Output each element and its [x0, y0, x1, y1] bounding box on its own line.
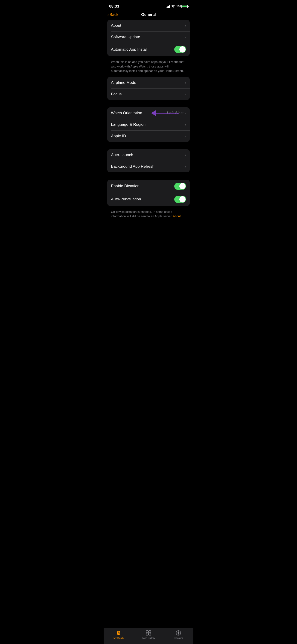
page-title: General: [141, 12, 156, 17]
enable-dictation-label: Enable Dictation: [111, 184, 140, 188]
about-chevron-icon: ›: [185, 24, 186, 28]
language-region-row[interactable]: Language & Region ›: [107, 119, 190, 130]
enable-dictation-toggle-thumb: [179, 183, 186, 189]
back-label: Back: [110, 12, 118, 17]
airplane-mode-right: ›: [185, 81, 186, 84]
software-update-chevron-icon: ›: [185, 35, 186, 39]
settings-group-4: Auto-Launch › Background App Refresh ›: [107, 149, 190, 172]
software-update-label: Software Update: [111, 35, 140, 40]
focus-chevron-icon: ›: [185, 92, 186, 96]
battery-percent: 100: [176, 5, 181, 8]
enable-dictation-toggle[interactable]: [174, 183, 186, 190]
bg-app-refresh-row[interactable]: Background App Refresh ›: [107, 161, 190, 172]
auto-punctuation-right: [174, 196, 186, 203]
wifi-icon: [171, 4, 175, 8]
enable-dictation-right: [174, 183, 186, 190]
language-region-right: ›: [185, 123, 186, 126]
about-row[interactable]: About ›: [107, 20, 190, 31]
airplane-mode-row[interactable]: Airplane Mode ›: [107, 77, 190, 88]
toggle-thumb: [179, 46, 186, 52]
software-update-row[interactable]: Software Update ›: [107, 31, 190, 43]
auto-app-install-right: [174, 46, 186, 53]
auto-app-install-row: Automatic App Install: [107, 43, 190, 56]
airplane-mode-label: Airplane Mode: [111, 80, 136, 85]
language-region-chevron-icon: ›: [185, 123, 186, 126]
auto-launch-chevron-icon: ›: [185, 153, 186, 157]
auto-app-install-toggle[interactable]: [174, 46, 186, 53]
auto-app-install-label: Automatic App Install: [111, 47, 148, 52]
back-chevron-icon: ‹: [107, 12, 109, 17]
apple-id-row[interactable]: Apple ID ›: [107, 130, 190, 142]
auto-app-install-description: When this is on and you have apps on you…: [107, 58, 190, 77]
svg-point-0: [173, 7, 173, 8]
settings-group-1: About › Software Update › Automatic App …: [107, 20, 190, 56]
watch-orientation-row[interactable]: Watch Orientation Left Wrist ›: [107, 107, 190, 119]
apple-id-chevron-icon: ›: [185, 134, 186, 138]
language-region-label: Language & Region: [111, 122, 146, 127]
back-button[interactable]: ‹ Back: [107, 12, 118, 17]
status-time: 08:33: [109, 4, 119, 9]
bg-app-refresh-right: ›: [185, 165, 186, 168]
dictation-description: On-device dictation is enabled. In some …: [107, 208, 190, 222]
nav-header: ‹ Back General: [104, 12, 194, 20]
apple-id-right: ›: [185, 134, 186, 138]
status-icons: 100: [166, 4, 188, 8]
battery-container: 100: [176, 5, 188, 8]
software-update-right: ›: [185, 35, 186, 39]
auto-launch-right: ›: [185, 153, 186, 157]
auto-punctuation-label: Auto-Punctuation: [111, 197, 141, 202]
status-bar: 08:33 100: [104, 0, 194, 12]
airplane-mode-chevron-icon: ›: [185, 81, 186, 84]
bg-app-refresh-chevron-icon: ›: [185, 165, 186, 168]
auto-punctuation-row: Auto-Punctuation: [107, 193, 190, 206]
bg-app-refresh-label: Background App Refresh: [111, 164, 154, 169]
battery-icon: [182, 5, 188, 8]
about-link[interactable]: About: [173, 214, 181, 218]
auto-launch-label: Auto-Launch: [111, 153, 133, 157]
watch-orientation-chevron-icon: ›: [185, 111, 186, 115]
auto-punctuation-toggle[interactable]: [174, 196, 186, 203]
auto-punctuation-toggle-thumb: [179, 196, 186, 202]
settings-group-5: Enable Dictation Auto-Punctuation: [107, 180, 190, 206]
arrow-head-icon: [151, 110, 156, 116]
about-right: ›: [185, 24, 186, 28]
settings-group-3: Watch Orientation Left Wrist › Language …: [107, 107, 190, 142]
signal-bars-icon: [166, 5, 170, 8]
about-label: About: [111, 23, 121, 28]
watch-orientation-label: Watch Orientation: [111, 111, 142, 116]
settings-group-2: Airplane Mode › Focus ›: [107, 77, 190, 100]
purple-arrow-annotation: [151, 110, 179, 116]
enable-dictation-row: Enable Dictation: [107, 180, 190, 193]
focus-row[interactable]: Focus ›: [107, 88, 190, 100]
focus-right: ›: [185, 92, 186, 96]
auto-launch-row[interactable]: Auto-Launch ›: [107, 149, 190, 161]
apple-id-label: Apple ID: [111, 134, 126, 138]
settings-content: About › Software Update › Automatic App …: [104, 20, 194, 245]
arrow-line-icon: [156, 113, 179, 114]
focus-label: Focus: [111, 92, 122, 96]
